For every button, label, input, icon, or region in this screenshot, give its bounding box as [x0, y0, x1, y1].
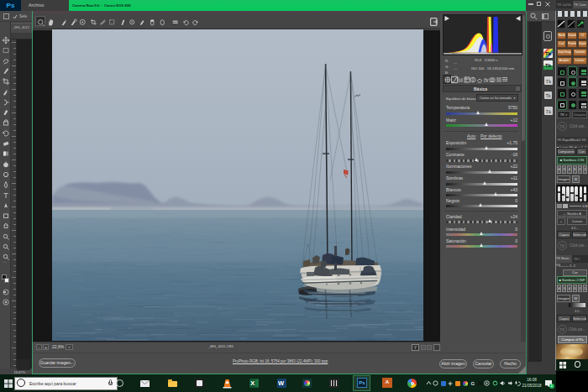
svg-text:Tk: Tk — [546, 93, 551, 98]
svg-text:Tk: Tk — [545, 109, 551, 114]
svg-text:Tk: Tk — [545, 51, 552, 56]
svg-text:fx: fx — [484, 77, 489, 83]
svg-text:Tk: Tk — [545, 63, 552, 68]
svg-text:Tk: Tk — [545, 79, 551, 84]
